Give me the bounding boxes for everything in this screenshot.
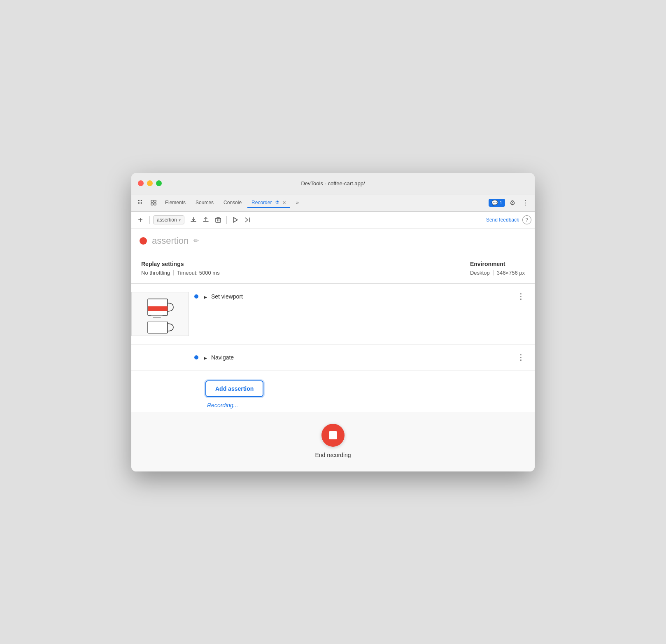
chat-badge[interactable]: 💬 1 <box>489 199 505 207</box>
minimize-button[interactable] <box>147 180 153 186</box>
step-icon[interactable] <box>242 214 253 226</box>
recording-status: Recording... <box>205 402 238 408</box>
timeline-dot-1 <box>194 294 198 299</box>
replay-settings: Replay settings No throttling Timeout: 5… <box>141 261 220 276</box>
cursor-icon[interactable] <box>135 197 146 208</box>
replay-settings-title: Replay settings <box>141 261 220 267</box>
svg-rect-2 <box>141 200 142 201</box>
environment-values: Desktop 346×756 px <box>470 270 525 276</box>
svg-rect-10 <box>154 200 156 202</box>
import-icon[interactable] <box>200 214 212 226</box>
throttling-value: No throttling <box>141 270 170 276</box>
environment-settings: Environment Desktop 346×756 px <box>470 261 525 276</box>
tab-sources[interactable]: Sources <box>191 197 218 208</box>
add-assertion-button[interactable]: Add assertion <box>205 380 263 397</box>
step-navigate: ▶ Navigate ⋮ <box>131 345 535 371</box>
step-menu-1[interactable]: ⋮ <box>514 292 528 301</box>
recorder-toolbar: + assertion ▾ <box>131 212 535 229</box>
replay-settings-values: No throttling Timeout: 5000 ms <box>141 270 220 276</box>
add-recording-button[interactable]: + <box>135 214 146 226</box>
step-menu-2[interactable]: ⋮ <box>514 353 528 362</box>
svg-rect-13 <box>216 218 221 222</box>
environment-title: Environment <box>470 261 525 267</box>
toolbar-action-icons <box>188 214 253 226</box>
end-recording-section: End recording <box>131 412 535 471</box>
svg-rect-1 <box>140 200 140 201</box>
devtools-right-icons: 💬 1 ⚙ ⋮ <box>489 197 531 208</box>
fullscreen-button[interactable] <box>156 180 162 186</box>
svg-rect-3 <box>138 202 139 203</box>
tab-console[interactable]: Console <box>219 197 246 208</box>
more-options-icon[interactable]: ⋮ <box>520 197 531 208</box>
send-feedback-link[interactable]: Send feedback <box>484 217 521 223</box>
step-content-2: ▶ Navigate ⋮ <box>204 353 528 362</box>
step-content-1: ▶ Set viewport ⋮ <box>204 292 528 301</box>
edit-name-icon[interactable]: ✏ <box>193 237 199 245</box>
svg-rect-18 <box>151 315 163 316</box>
play-icon[interactable] <box>229 214 241 226</box>
toolbar-separator <box>226 216 227 224</box>
recording-name: assertion <box>152 236 189 246</box>
window-title: DevTools - coffee-cart.app/ <box>301 180 365 187</box>
svg-rect-8 <box>141 203 142 204</box>
devtools-tab-bar: Elements Sources Console Recorder ⚗ ✕ » … <box>131 194 535 212</box>
expand-arrow-1: ▶ <box>204 295 207 299</box>
svg-rect-4 <box>140 202 140 203</box>
svg-rect-7 <box>140 203 140 204</box>
settings-icon[interactable]: ⚙ <box>507 197 518 208</box>
svg-rect-11 <box>151 203 153 205</box>
help-icon[interactable]: ? <box>522 215 531 224</box>
svg-rect-20 <box>148 322 168 333</box>
close-button[interactable] <box>138 180 144 186</box>
tab-elements[interactable]: Elements <box>161 197 190 208</box>
settings-separator <box>173 270 174 275</box>
steps-area: ▶ Set viewport ⋮ ▶ Navigate ⋮ Add asse <box>131 284 535 412</box>
svg-rect-0 <box>138 200 139 201</box>
timeline-line-2 <box>189 353 204 359</box>
stop-icon <box>329 431 337 439</box>
chevron-down-icon: ▾ <box>179 218 181 222</box>
stop-recording-button[interactable] <box>321 424 345 447</box>
delete-icon[interactable] <box>212 214 224 226</box>
step-label-1[interactable]: ▶ Set viewport <box>204 293 243 300</box>
toolbar-divider-1 <box>149 216 150 224</box>
recording-name-selector[interactable]: assertion ▾ <box>153 215 184 224</box>
step-set-viewport: ▶ Set viewport ⋮ <box>131 284 535 345</box>
timeout-value: Timeout: 5000 ms <box>177 270 220 276</box>
settings-section: Replay settings No throttling Timeout: 5… <box>131 253 535 284</box>
svg-rect-5 <box>141 202 142 203</box>
svg-rect-17 <box>148 306 168 311</box>
svg-rect-12 <box>154 203 156 205</box>
timeline-dot-2 <box>194 355 198 359</box>
recording-header: assertion ✏ <box>131 229 535 253</box>
svg-rect-9 <box>151 200 153 202</box>
resolution-value: 346×756 px <box>497 270 525 276</box>
add-assertion-container: Add assertion Recording... <box>131 371 535 412</box>
svg-rect-6 <box>138 203 139 204</box>
devtools-window: DevTools - coffee-cart.app/ <box>131 173 535 471</box>
close-recorder-tab[interactable]: ✕ <box>282 200 286 205</box>
env-value: Desktop <box>470 270 490 276</box>
tab-recorder[interactable]: Recorder ⚗ ✕ <box>247 197 290 208</box>
traffic-lights <box>138 180 162 186</box>
export-icon[interactable] <box>188 214 199 226</box>
expand-arrow-2: ▶ <box>204 356 207 360</box>
step-preview-viewport <box>131 292 189 336</box>
title-bar: DevTools - coffee-cart.app/ <box>131 173 535 194</box>
env-separator <box>493 270 494 275</box>
recording-dot <box>140 237 147 245</box>
svg-rect-19 <box>153 317 161 318</box>
step-label-2[interactable]: ▶ Navigate <box>204 354 234 361</box>
end-recording-label: End recording <box>315 452 351 458</box>
tab-more[interactable]: » <box>292 197 303 208</box>
svg-marker-14 <box>233 217 238 222</box>
timeline-line-1 <box>189 292 204 300</box>
inspect-icon[interactable] <box>148 197 159 208</box>
